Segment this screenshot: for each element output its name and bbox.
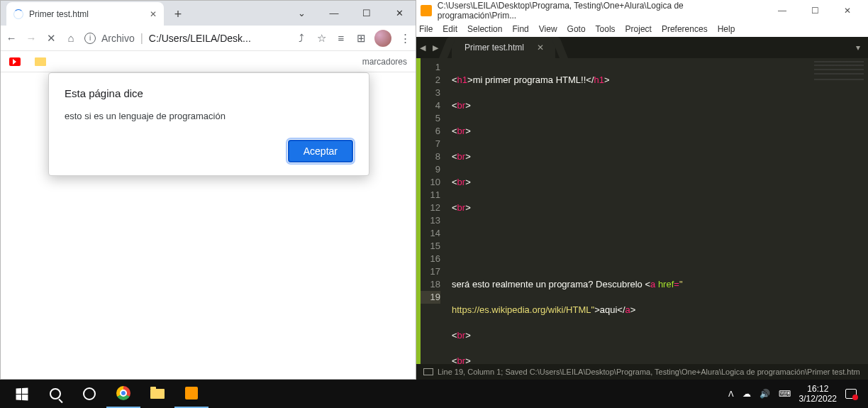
star-icon[interactable]: ☆ [315,32,328,45]
tab-title: Primer test.html [29,9,89,19]
chrome-titlebar: Primer test.html ✕ + ⌄ ― ☐ ✕ [1,1,416,26]
address-bar[interactable]: i Archivo | C:/Users/LEILA/Desk... [84,28,288,48]
puzzle-icon[interactable]: ⊞ [355,32,367,45]
minimap[interactable] [810,58,868,364]
home-button[interactable]: ⌂ [65,32,77,44]
sublime-logo-icon [421,5,432,16]
menu-file[interactable]: File [419,24,433,34]
sublime-tab-title: Primer test.html [464,43,524,53]
chrome-window: Primer test.html ✕ + ⌄ ― ☐ ✕ ← → ✕ ⌂ i A… [0,0,416,380]
sublime-taskbar-icon[interactable] [174,380,208,408]
close-tab-icon[interactable]: ✕ [150,9,157,19]
close-tab-icon[interactable]: ✕ [537,43,544,53]
bookmarks-hint: marcadores [362,57,407,67]
line-numbers: 12345678910111213141516171819 [421,58,446,364]
sublime-titlebar: C:\Users\LEILA\Desktop\Programa, Testing… [416,0,868,21]
bookmarks-bar: marcadores [1,51,416,72]
back-button[interactable]: ← [5,32,18,44]
windows-taskbar: ᐱ ☁ 🔊 ⌨ 16:12 3/12/2022 [0,380,868,408]
menu-find[interactable]: Find [512,24,528,34]
chrome-viewport: Esta página dice esto si es un lenguaje … [1,72,416,379]
menu-selection[interactable]: Selection [467,24,502,34]
chevron-down-icon[interactable]: ⌄ [285,1,318,26]
tray-overflow-icon[interactable]: ᐱ [728,390,734,399]
addr-separator: | [140,32,143,45]
cortana-button[interactable] [72,380,106,408]
sublime-title-path: C:\Users\LEILA\Desktop\Programa, Testing… [438,1,760,21]
reading-list-icon[interactable]: ≡ [335,32,347,44]
sublime-window: C:\Users\LEILA\Desktop\Programa, Testing… [416,0,868,380]
addr-path: C:/Users/LEILA/Desk... [149,33,251,44]
dialog-title: Esta página dice [65,87,353,99]
menu-project[interactable]: Project [625,24,652,34]
onedrive-icon[interactable]: ☁ [742,389,751,399]
panel-icon[interactable] [423,368,433,375]
alert-dialog: Esta página dice esto si es un lenguaje … [48,72,369,176]
info-icon[interactable]: i [84,33,96,44]
keyboard-icon[interactable]: ⌨ [779,389,791,399]
tab-scroll-left-icon[interactable]: ◀ [416,37,429,58]
explorer-taskbar-icon[interactable] [140,380,174,408]
minimize-icon[interactable]: ― [318,1,350,26]
close-icon[interactable]: ✕ [383,1,416,26]
maximize-icon[interactable]: ☐ [799,0,831,21]
volume-icon[interactable]: 🔊 [760,389,770,399]
menu-edit[interactable]: Edit [443,24,457,34]
sublime-tab[interactable]: Primer test.html ✕ [452,37,555,58]
stop-button[interactable]: ✕ [45,32,57,45]
action-center-icon[interactable] [845,389,857,399]
window-controls: ⌄ ― ☐ ✕ [285,1,416,26]
start-button[interactable] [4,380,38,408]
loading-spinner-icon [13,9,23,19]
dialog-message: esto si es un lenguaje de programación [65,111,353,121]
taskbar-clock[interactable]: 16:12 3/12/2022 [799,384,837,404]
minimize-icon[interactable]: ― [766,0,799,21]
menu-view[interactable]: View [539,24,557,34]
youtube-bookmark-icon[interactable] [9,57,21,66]
clock-date: 3/12/2022 [799,394,837,404]
sublime-tabbar: ◀ ▶ Primer test.html ✕ ▾ [416,37,868,58]
system-tray: ᐱ ☁ 🔊 ⌨ 16:12 3/12/2022 [728,384,864,404]
status-text: Line 19, Column 1; Saved C:\Users\LEILA\… [438,368,860,376]
sublime-menubar: File Edit Selection Find View Goto Tools… [416,21,868,37]
search-button[interactable] [38,380,72,408]
accept-button[interactable]: Aceptar [288,140,353,162]
clock-time: 16:12 [799,384,837,394]
chrome-tab[interactable]: Primer test.html ✕ [6,2,164,26]
menu-tools[interactable]: Tools [596,24,616,34]
folder-bookmark-icon[interactable] [35,57,46,66]
new-tab-button[interactable]: + [168,4,188,24]
sublime-editor[interactable]: 12345678910111213141516171819 <h1>mi pri… [416,58,868,364]
profile-avatar[interactable] [374,30,391,47]
chrome-toolbar: ← → ✕ ⌂ i Archivo | C:/Users/LEILA/Desk.… [1,26,416,51]
addr-file-label: Archivo [101,33,135,44]
share-icon[interactable]: ⤴ [295,32,308,44]
code-content[interactable]: <h1>mi primer programa HTML!!</h1> <br> … [446,58,868,364]
chrome-taskbar-icon[interactable] [106,380,140,408]
kebab-menu-icon[interactable]: ⋮ [399,32,411,45]
forward-button: → [25,32,38,44]
menu-help[interactable]: Help [718,24,735,34]
sublime-statusbar: Line 19, Column 1; Saved C:\Users\LEILA\… [416,364,868,380]
maximize-icon[interactable]: ☐ [350,1,383,26]
close-icon[interactable]: ✕ [831,0,864,21]
menu-goto[interactable]: Goto [567,24,586,34]
menu-preferences[interactable]: Preferences [662,24,708,34]
tab-dropdown-icon[interactable]: ▾ [848,43,868,53]
